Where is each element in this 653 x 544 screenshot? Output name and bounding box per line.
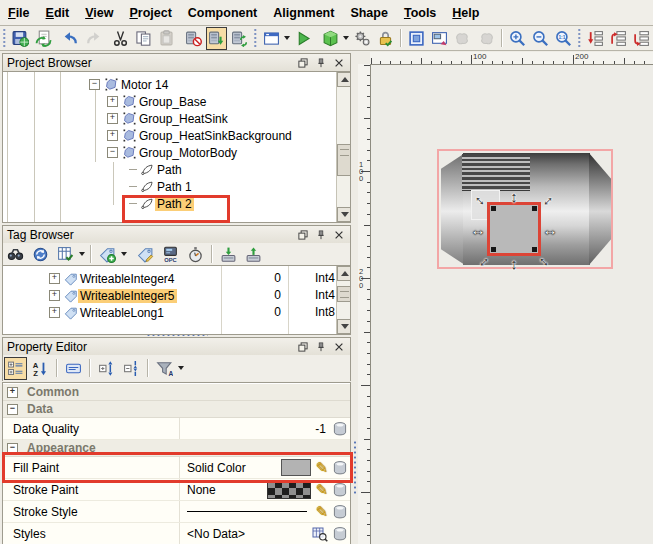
float-icon[interactable] (295, 340, 310, 355)
menu-view[interactable]: View (77, 2, 121, 24)
scroll-up-button[interactable] (337, 266, 351, 281)
property-row-stroke-paint[interactable]: Stroke PaintNone✎ (3, 479, 351, 501)
db-read-icon[interactable] (206, 27, 227, 50)
tag-row-writeableinteger4[interactable]: +WriteableInteger4 (3, 270, 339, 287)
move-backward-icon[interactable] (585, 27, 606, 50)
float-icon[interactable] (295, 228, 310, 243)
category-expander-minus[interactable]: − (7, 404, 18, 415)
menu-project[interactable]: Project (121, 2, 179, 24)
project-browser-titlebar[interactable]: Project Browser (2, 53, 351, 73)
screenshot-icon[interactable] (429, 27, 450, 50)
n-resize-arrow[interactable]: ↕ (510, 188, 518, 205)
s-resize-arrow[interactable]: ↕ (510, 255, 518, 272)
scroll-down-button[interactable] (337, 207, 351, 222)
show-description-icon[interactable] (62, 357, 85, 380)
toolbar-grip-handle[interactable] (2, 29, 7, 47)
property-value-cell[interactable]: ✎ (179, 501, 351, 522)
dropdown-caret-icon[interactable] (178, 366, 184, 370)
filter-properties-icon[interactable]: A (153, 357, 176, 380)
w-resize-arrow[interactable]: ↔ (471, 221, 486, 238)
open-window-icon[interactable] (261, 27, 282, 50)
expand-categories-icon[interactable] (95, 357, 118, 380)
property-value-cell[interactable]: -1 (179, 418, 351, 439)
category-expander-minus[interactable]: − (7, 443, 18, 454)
design-canvas[interactable] (370, 64, 653, 544)
pin-icon[interactable] (313, 56, 328, 71)
opc-browse-icon[interactable]: OPC (159, 243, 182, 266)
save-icon[interactable] (10, 27, 31, 50)
category-expander-plus[interactable]: + (7, 387, 18, 398)
edit-tag-icon[interactable] (134, 243, 157, 266)
pin-icon[interactable] (313, 340, 328, 355)
menu-alignment[interactable]: Alignment (265, 2, 342, 24)
close-icon[interactable] (331, 340, 346, 355)
scroll-up-button[interactable] (337, 72, 351, 87)
column-selection-icon[interactable] (54, 243, 77, 266)
tree-expander-plus[interactable]: + (107, 113, 118, 124)
vertical-scrollbar[interactable] (336, 266, 351, 334)
binding-icon[interactable] (332, 421, 348, 437)
zoom-in-icon[interactable] (507, 27, 528, 50)
tree-expander-minus[interactable]: − (89, 79, 100, 90)
component-palette-icon[interactable] (320, 27, 341, 50)
security-icon[interactable] (375, 27, 396, 50)
move-front-icon[interactable] (631, 27, 652, 50)
toolbar-grip-handle[interactable] (253, 29, 258, 47)
tree-expander-minus[interactable]: − (107, 147, 118, 158)
db-offline-icon[interactable] (183, 27, 204, 50)
binding-icon[interactable] (332, 526, 348, 542)
scan-classes-icon[interactable] (184, 243, 207, 266)
property-row-styles[interactable]: Styles<No Data> (3, 523, 351, 544)
binding-icon[interactable] (332, 460, 348, 476)
refresh-tags-icon[interactable] (29, 243, 52, 266)
property-row-stroke-style[interactable]: Stroke Style✎ (3, 501, 351, 523)
publish-icon[interactable] (33, 27, 54, 50)
toolbar-grip-handle[interactable] (577, 29, 582, 47)
tree-item-motor-14[interactable]: −Motor 14 (89, 76, 170, 93)
pencil-edit-icon[interactable]: ✎ (315, 460, 328, 475)
menu-help[interactable]: Help (444, 2, 487, 24)
property-row-data[interactable]: −Data (3, 401, 351, 418)
dropdown-caret-icon[interactable] (284, 36, 290, 40)
cut-icon[interactable] (109, 27, 130, 50)
new-tag-icon[interactable] (96, 243, 119, 266)
property-value-cell[interactable]: <No Data> (179, 523, 351, 544)
tag-expander-plus[interactable]: + (49, 290, 60, 301)
float-icon[interactable] (295, 56, 310, 71)
tree-item-path-1[interactable]: Path 1 (129, 178, 194, 195)
pin-icon[interactable] (313, 228, 328, 243)
tree-item-group-heatsinkbackground[interactable]: +Group_HeatSinkBackground (107, 127, 294, 144)
property-row-appearance[interactable]: −Appearance (3, 440, 351, 457)
tree-item-group-base[interactable]: +Group_Base (107, 93, 208, 110)
scrollbar-thumb[interactable] (337, 144, 351, 176)
project-tree[interactable]: −Motor 14+Group_Base+Group_HeatSink+Grou… (2, 71, 351, 223)
tag-row-writeablelong1[interactable]: +WriteableLong1 (3, 304, 339, 321)
property-row-data-quality[interactable]: Data Quality-1 (3, 418, 351, 440)
dropdown-caret-icon[interactable] (79, 252, 85, 256)
tree-item-group-motorbody[interactable]: −Group_MotorBody (107, 144, 239, 161)
pencil-edit-icon[interactable]: ✎ (315, 504, 328, 519)
project-properties-icon[interactable] (352, 27, 373, 50)
binding-icon[interactable] (332, 504, 348, 520)
tree-item-group-heatsink[interactable]: +Group_HeatSink (107, 110, 230, 127)
tag-list[interactable]: +WriteableInteger40Int4+WriteableInteger… (2, 265, 351, 335)
fill-color-swatch[interactable] (281, 459, 311, 476)
selected-shape-path2[interactable] (487, 202, 541, 256)
categorize-icon[interactable] (4, 357, 27, 380)
preview-play-icon[interactable] (293, 27, 314, 50)
tree-item-path-2[interactable]: Path 2 (129, 195, 194, 212)
find-tag-icon[interactable] (4, 243, 27, 266)
tag-expander-plus[interactable]: + (49, 273, 60, 284)
vertical-scrollbar[interactable] (336, 72, 351, 222)
binding-icon[interactable] (332, 482, 348, 498)
sort-az-icon[interactable]: AZ (29, 357, 52, 380)
property-row-fill-paint[interactable]: Fill PaintSolid Color✎ (3, 457, 351, 479)
menu-tools[interactable]: Tools (396, 2, 444, 24)
zoom-out-icon[interactable] (530, 27, 551, 50)
tree-expander-plus[interactable]: + (107, 130, 118, 141)
pencil-edit-icon[interactable]: ✎ (315, 482, 328, 497)
undo-icon[interactable] (60, 27, 81, 50)
db-readwrite-icon[interactable] (229, 27, 250, 50)
menu-file[interactable]: File (0, 2, 38, 24)
tree-expander-plus[interactable]: + (107, 96, 118, 107)
